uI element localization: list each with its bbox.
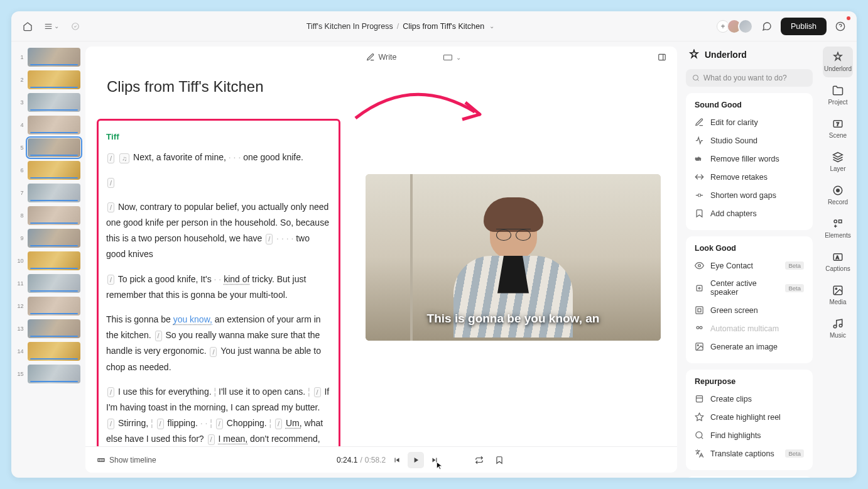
svg-point-19 [697,326,699,329]
thumbnail-item[interactable]: 7 [16,184,80,202]
avatar[interactable] [738,19,753,34]
editor-footer: Show timeline 0:24.1 / 0:58.2 [85,446,677,473]
write-label: Write [379,53,397,62]
publish-button[interactable]: Publish [781,18,827,35]
find-highlights-action[interactable]: Find highlights [688,426,810,444]
remove-retakes-action[interactable]: Remove retakes [688,168,810,186]
thumbnail-image[interactable] [28,70,80,89]
studio-sound-action[interactable]: Studio Sound [688,131,810,150]
script-paragraph[interactable]: / To pick a good knife, It's · · kind of… [106,272,331,303]
thumbnail-item[interactable]: 9 [16,229,80,248]
thumbnail-image[interactable] [28,184,80,202]
script-paragraph[interactable]: / ♫ Next, a favorite of mine, · · · one … [106,150,331,165]
thumbnail-item[interactable]: 14 [16,342,80,361]
thumbnail-image[interactable] [28,342,80,361]
thumbnail-item[interactable]: 15 [16,365,80,383]
thumbnail-number: 13 [16,326,24,332]
breadcrumb: Tiff's Kitchen In Progress / Clips from … [89,22,712,31]
skip-back-button[interactable] [389,452,405,468]
remove-filler-action[interactable]: uh Remove filler words [688,150,810,168]
highlight-reel-action[interactable]: Create highlight reel [688,408,810,426]
edit-clarity-action[interactable]: Edit for clarity [688,113,810,131]
thumbnail-image[interactable] [28,48,80,67]
tool-layer[interactable]: Layer [823,146,853,177]
annotation-arrow [349,80,487,137]
thumbnail-image[interactable] [28,251,80,270]
svg-text:A: A [836,255,839,260]
thumbnail-image[interactable] [28,365,80,383]
add-chapters-action[interactable]: Add chapters [688,204,810,223]
thumbnail-item[interactable]: 3 [16,93,80,112]
translate-captions-action[interactable]: Translate captions Beta [688,444,810,463]
script-paragraph[interactable]: / Now, contrary to popular belief, you a… [106,199,331,263]
skip-forward-button[interactable] [426,452,443,468]
menu-dropdown[interactable]: ⌄ [43,18,60,35]
collapse-panel-icon[interactable] [653,48,671,66]
green-screen-action[interactable]: Green screen [688,301,810,319]
thumbnail-image[interactable] [28,274,80,293]
create-clips-action[interactable]: Create clips [688,390,810,408]
tool-record[interactable]: Record [823,180,853,211]
comment-icon[interactable] [758,18,776,35]
thumbnail-item[interactable]: 2 [16,70,80,89]
thumbnail-image[interactable] [28,297,80,316]
bookmark-icon[interactable] [491,452,507,468]
breadcrumb-current[interactable]: Clips from Tiff's Kitchen [403,22,484,31]
thumbnail-number: 12 [16,303,24,309]
tool-project[interactable]: Project [823,80,853,111]
chevron-down-icon[interactable]: ⌄ [489,23,494,30]
loop-icon[interactable] [471,452,487,468]
script-paragraph[interactable]: / [106,175,331,190]
show-timeline-button[interactable]: Show timeline [97,456,156,464]
sync-icon[interactable] [67,18,84,35]
sound-good-section: Sound Good Edit for clarity Studio Sound… [686,93,813,230]
app-window: ⌄ Tiff's Kitchen In Progress / Clips fro… [11,11,857,478]
thumbnail-item[interactable]: 13 [16,319,80,338]
generate-image-action[interactable]: Generate an image [688,338,810,356]
thumbnail-item[interactable]: 1 [16,48,80,67]
tool-music[interactable]: Music [823,313,853,344]
thumbnail-item[interactable]: 10 [16,251,80,270]
help-icon[interactable] [832,18,849,35]
center-speaker-action[interactable]: Center active speaker Beta [688,275,810,301]
play-button[interactable] [408,452,424,468]
doc-title: Clips from Tiff's Kitchen [107,73,334,100]
home-icon[interactable] [19,18,36,35]
write-button[interactable]: Write [366,53,397,62]
tool-underlord[interactable]: Underlord [823,47,853,77]
look-good-section: Look Good Eye Contact Beta Center active… [686,236,813,363]
eye-contact-action[interactable]: Eye Contact Beta [688,256,810,275]
thumbnail-rail: 123456789101112131415 [11,41,85,478]
thumbnail-image[interactable] [28,161,80,180]
tool-captions[interactable]: A Captions [823,246,853,277]
thumbnail-item[interactable]: 6 [16,161,80,180]
presence-avatars[interactable]: + [717,19,753,34]
thumbnail-number: 3 [16,99,24,106]
breadcrumb-project[interactable]: Tiff's Kitchen In Progress [307,22,393,31]
thumbnail-image[interactable] [28,93,80,112]
thumbnail-image[interactable] [28,206,80,225]
search-input[interactable]: What do you want to do? [686,69,813,87]
script-paragraph[interactable]: / I use this for everything. ¦ I'll use … [106,384,331,446]
tool-elements[interactable]: Elements [823,213,853,244]
thumbnail-item[interactable]: 8 [16,206,80,225]
script-pane[interactable]: Clips from Tiff's Kitchen Tiff / ♫ Next,… [85,68,349,446]
tool-scene[interactable]: 7 Scene [823,113,853,144]
thumbnail-item[interactable]: 5 [16,138,80,157]
thumbnail-image[interactable] [28,138,80,157]
thumbnail-image[interactable] [28,116,80,135]
aspect-ratio-button[interactable]: ⌄ [443,54,461,61]
video-preview[interactable]: This is gonna be you know, an [366,174,661,341]
editor-header: Write ⌄ [85,47,677,68]
script-highlight-box: Tiff / ♫ Next, a favorite of mine, · · ·… [97,119,340,446]
thumbnail-item[interactable]: 12 [16,297,80,316]
thumbnail-item[interactable]: 4 [16,116,80,135]
thumbnail-image[interactable] [28,319,80,338]
thumbnail-image[interactable] [28,229,80,248]
shorten-gaps-action[interactable]: Shorten word gaps [688,186,810,204]
thumbnail-number: 1 [16,54,24,60]
tool-media[interactable]: Media [823,280,853,310]
svg-line-13 [697,79,698,80]
script-paragraph[interactable]: This is gonna be you know, an extension … [106,312,331,375]
thumbnail-item[interactable]: 11 [16,274,80,293]
